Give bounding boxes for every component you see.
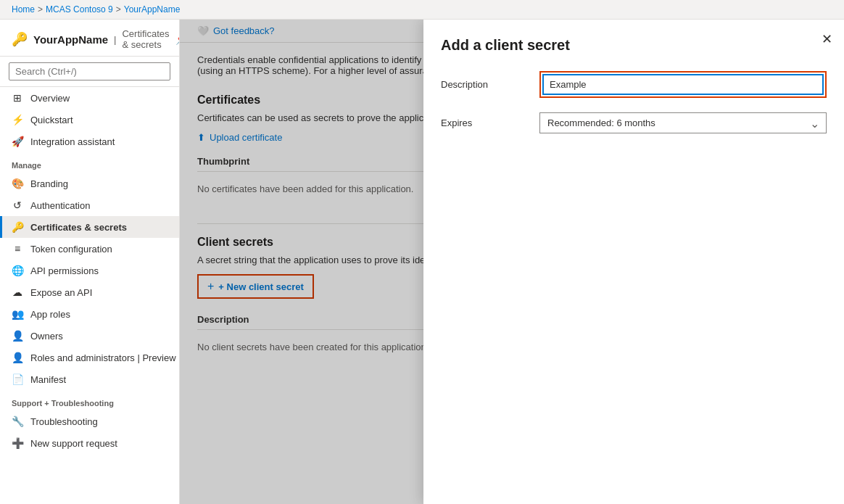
nav-section: ⊞ Overview ⚡ Quickstart 🚀 Integration as… (0, 87, 179, 504)
sidebar-label-approles: App roles (30, 309, 70, 320)
flyout-panel: ✕ Add a client secret Description Expire… (423, 20, 844, 504)
authentication-icon: ↺ (12, 199, 23, 211)
sidebar-item-troubleshooting[interactable]: 🔧 Troubleshooting (0, 410, 179, 432)
flyout-title: Add a client secret (441, 37, 827, 54)
sidebar-label-certs: Certificates & secrets (30, 222, 127, 233)
troubleshooting-icon: 🔧 (12, 416, 23, 427)
expires-label: Expires (441, 117, 528, 128)
certs-icon: 🔑 (12, 221, 23, 233)
sidebar-item-roles[interactable]: 👤 Roles and administrators | Preview (0, 347, 179, 368)
description-highlight-box (539, 71, 827, 98)
sidebar-label-integration: Integration assistant (30, 136, 115, 147)
sidebar-label-overview: Overview (30, 93, 70, 104)
sidebar-label-roles: Roles and administrators | Preview (30, 352, 176, 363)
sidebar-header: 🔑 YourAppName | Certificates & secrets 📌… (0, 20, 179, 57)
search-container (0, 57, 179, 87)
owners-icon: 👤 (12, 330, 23, 342)
description-input[interactable] (542, 74, 824, 95)
sidebar: 🔑 YourAppName | Certificates & secrets 📌… (0, 20, 180, 504)
support-section-label: Support + Troubleshooting (0, 390, 179, 410)
sidebar-item-branding[interactable]: 🎨 Branding (0, 173, 179, 194)
manage-section-label: Manage (0, 152, 179, 173)
breadcrumb-home[interactable]: Home (12, 4, 35, 15)
tokens-icon: ≡ (12, 243, 23, 255)
sidebar-label-branding: Branding (30, 178, 68, 189)
expires-select-wrapper: Recommended: 6 months 3 months 12 months… (539, 112, 827, 133)
app-title-row: 🔑 YourAppName | Certificates & secrets 📌… (12, 28, 167, 50)
sidebar-label-troubleshooting: Troubleshooting (30, 416, 98, 427)
sidebar-item-authentication[interactable]: ↺ Authentication (0, 194, 179, 216)
branding-icon: 🎨 (12, 178, 23, 189)
sidebar-item-approles[interactable]: 👥 App roles (0, 303, 179, 325)
pipe-separator: | (114, 34, 116, 45)
page-subtitle: Certificates & secrets (122, 28, 169, 50)
sidebar-item-api[interactable]: 🌐 API permissions (0, 260, 179, 281)
sidebar-item-overview[interactable]: ⊞ Overview (0, 87, 179, 109)
sidebar-label-support: New support request (30, 438, 117, 449)
breadcrumb: Home > MCAS Contoso 9 > YourAppName (0, 0, 844, 20)
content-area: 🤍 Got feedback? Credentials enable confi… (180, 20, 844, 504)
sidebar-label-expose: Expose an API (30, 287, 92, 298)
sidebar-label-quickstart: Quickstart (30, 115, 73, 125)
sidebar-label-authentication: Authentication (30, 200, 90, 211)
breadcrumb-sep2: > (116, 4, 121, 15)
api-icon: 🌐 (12, 265, 23, 276)
expose-icon: ☁ (12, 286, 23, 298)
sidebar-item-certs[interactable]: 🔑 Certificates & secrets (0, 216, 179, 238)
sidebar-label-manifest: Manifest (30, 374, 66, 385)
sidebar-item-tokens[interactable]: ≡ Token configuration (0, 238, 179, 260)
sidebar-label-tokens: Token configuration (30, 244, 112, 255)
flyout-close-button[interactable]: ✕ (822, 31, 832, 47)
sidebar-label-api: API permissions (30, 265, 99, 276)
roles-icon: 👤 (12, 352, 23, 363)
overview-icon: ⊞ (12, 92, 23, 104)
description-label: Description (441, 79, 528, 90)
breadcrumb-app[interactable]: YourAppName (124, 4, 181, 15)
description-form-row: Description (441, 71, 827, 98)
quickstart-icon: ⚡ (12, 114, 23, 125)
approles-icon: 👥 (12, 308, 23, 320)
sidebar-label-owners: Owners (30, 331, 63, 342)
breadcrumb-mcas[interactable]: MCAS Contoso 9 (46, 4, 113, 15)
sidebar-item-expose[interactable]: ☁ Expose an API (0, 281, 179, 303)
sidebar-item-owners[interactable]: 👤 Owners (0, 325, 179, 347)
integration-icon: 🚀 (12, 136, 23, 147)
expires-select[interactable]: Recommended: 6 months 3 months 12 months… (539, 112, 827, 133)
app-key-icon: 🔑 (12, 31, 28, 47)
sidebar-item-quickstart[interactable]: ⚡ Quickstart (0, 109, 179, 131)
support-icon: ➕ (12, 437, 23, 449)
app-name: YourAppName (33, 33, 108, 46)
breadcrumb-sep1: > (38, 4, 43, 15)
manifest-icon: 📄 (12, 373, 23, 385)
sidebar-item-manifest[interactable]: 📄 Manifest (0, 368, 179, 390)
sidebar-item-support[interactable]: ➕ New support request (0, 432, 179, 454)
search-input[interactable] (9, 62, 170, 80)
expires-form-row: Expires Recommended: 6 months 3 months 1… (441, 112, 827, 133)
sidebar-item-integration[interactable]: 🚀 Integration assistant (0, 131, 179, 152)
